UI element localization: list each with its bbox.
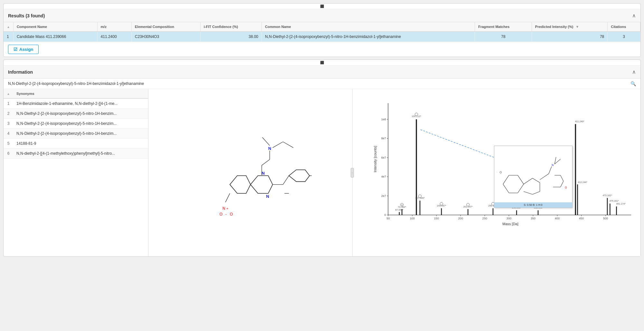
- svg-text:411.240*: 411.240*: [575, 120, 584, 123]
- synonyms-header-row: ▲ Synonyms: [4, 89, 148, 98]
- svg-text:8e7: 8e7: [381, 137, 386, 140]
- sort-arrow-icon: ▼: [576, 25, 579, 29]
- info-collapse-icon[interactable]: ∧: [632, 69, 636, 75]
- col-header-fragment[interactable]: Fragment Matches: [475, 22, 532, 32]
- info-panel-header: Information ∧: [4, 66, 640, 78]
- list-item[interactable]: 6 N,N-diethyl-2-[[4-(1-methylethoxy)phen…: [4, 149, 148, 159]
- svg-text:0: 0: [384, 213, 386, 216]
- svg-text:Mass [Da]: Mass [Da]: [503, 222, 518, 226]
- svg-text:O: O: [230, 212, 233, 216]
- syn-num: 1: [4, 98, 13, 109]
- svg-text:491.174*: 491.174*: [616, 202, 626, 205]
- cell-fragment: 78: [475, 32, 532, 42]
- col-header-mz[interactable]: m/z: [97, 22, 131, 32]
- info-body: ▲ Synonyms 1 1H-Benzimidazole-1-ethanami…: [4, 89, 640, 256]
- results-table-header-row: ▲ Component Name m/z Elemental Compositi…: [4, 22, 640, 32]
- cell-component-name: Candidate Mass 411.239066: [13, 32, 97, 42]
- svg-text:50: 50: [387, 217, 390, 220]
- list-item[interactable]: 5 14188-81-9: [4, 139, 148, 149]
- results-title: Results (3 found): [8, 13, 45, 18]
- svg-text:150: 150: [434, 217, 439, 220]
- svg-text:475.161*: 475.161*: [610, 199, 619, 202]
- syn-num: 6: [4, 149, 13, 159]
- svg-text:100: 100: [410, 217, 415, 220]
- structure-panel: N N N + O - O N: [148, 89, 353, 256]
- svg-text:300: 300: [507, 217, 511, 220]
- cell-ifit: 38.00: [200, 32, 261, 42]
- col-header-num: ▲: [4, 22, 13, 32]
- svg-text:500: 500: [603, 217, 608, 220]
- svg-text:N: N: [262, 171, 265, 176]
- svg-text:473.162*: 473.162*: [603, 194, 612, 197]
- svg-text:149.097*: 149.097*: [437, 204, 446, 207]
- syn-text: N,N-Diethyl-2-[2-(4-isopropoxybenzyl)-5-…: [13, 109, 148, 119]
- results-panel-header: Results (3 found) ∧: [4, 9, 640, 22]
- results-table: ▲ Component Name m/z Elemental Compositi…: [4, 22, 640, 42]
- svg-line-18: [283, 176, 289, 184]
- svg-text:·: ·: [497, 171, 497, 174]
- svg-text:201.047*: 201.047*: [463, 205, 473, 208]
- col-header-elemental[interactable]: Elemental Composition: [131, 22, 200, 32]
- svg-text:100.112*: 100.112*: [412, 115, 421, 118]
- col-header-component-name[interactable]: Component Name: [13, 22, 97, 32]
- svg-text:350: 350: [531, 217, 535, 220]
- svg-text:S: 0.50 B: 1 H:0: S: 0.50 B: 1 H:0: [524, 204, 543, 207]
- compound-name-text: N,N-Diethyl-2-[2-(4-isopropoxybenzyl)-5-…: [8, 81, 144, 86]
- information-panel: ⬛ Information ∧ N,N-Diethyl-2-[2-(4-isop…: [3, 60, 641, 257]
- syn-num: 3: [4, 119, 13, 129]
- svg-rect-98: [494, 146, 572, 207]
- svg-text:200: 200: [458, 217, 463, 220]
- assign-checkbox-icon: ☑: [14, 47, 17, 52]
- svg-text:412.244*: 412.244*: [578, 181, 587, 184]
- list-item[interactable]: 4 N,N-Diéthyl-2-[2-(4-isopropoxybenzyl)-…: [4, 129, 148, 139]
- resize-handle-structure[interactable]: ⋮: [351, 168, 354, 178]
- assign-button[interactable]: ☑ Assign: [8, 45, 39, 54]
- cell-citations: 3: [608, 32, 640, 42]
- cell-elemental: C23H30N4O3: [131, 32, 200, 42]
- svg-marker-19: [289, 170, 309, 182]
- col-header-predicted[interactable]: Predicted Intensity (%) ▼: [532, 22, 607, 32]
- col-header-ifit[interactable]: i-FIT Confidence (%): [200, 22, 261, 32]
- synonyms-panel: ▲ Synonyms 1 1H-Benzimidazole-1-ethanami…: [4, 89, 148, 256]
- cell-common-name: N,N-Diethyl-2-[2-(4-isopropoxybenzyl)-5-…: [262, 32, 475, 42]
- svg-text:O: O: [565, 186, 567, 189]
- svg-line-15: [283, 142, 293, 148]
- info-title: Information: [8, 69, 33, 75]
- scroll-handle-info-top: ⬛: [4, 60, 640, 66]
- assign-area: ☑ Assign: [4, 42, 640, 57]
- syn-num: 4: [4, 129, 13, 139]
- col-header-citations[interactable]: Citations: [608, 22, 640, 32]
- syn-text: 1H-Benzimidazole-1-ethanamine, N,N-dieth…: [13, 98, 148, 109]
- svg-text:N: N: [223, 206, 225, 211]
- molecule-structure-svg: N N N + O - O N: [189, 102, 312, 244]
- table-row[interactable]: 1 Candidate Mass 411.239066 411.2400 C23…: [4, 32, 640, 42]
- syn-text: N,N-diethyl-2-[[4-(1-methylethoxy)phenyl…: [13, 149, 148, 159]
- spectrum-panel: 0 2e7 4e7 6e7 8e7 1e8 50 100 1: [353, 89, 640, 256]
- svg-text:450: 450: [579, 217, 584, 220]
- svg-text:N: N: [268, 146, 271, 151]
- list-item[interactable]: 1 1H-Benzimidazole-1-ethanamine, N,N-die…: [4, 98, 148, 109]
- svg-text:-: -: [225, 212, 227, 216]
- svg-line-16: [262, 137, 270, 146]
- svg-text:O: O: [219, 212, 222, 216]
- svg-text:N: N: [552, 164, 554, 167]
- results-collapse-icon[interactable]: ∧: [632, 13, 636, 19]
- col-header-common-name[interactable]: Common Name: [262, 22, 475, 32]
- col-syn-label: Synonyms: [13, 89, 148, 98]
- svg-text:107.049*: 107.049*: [415, 197, 425, 199]
- svg-text:2e7: 2e7: [381, 194, 386, 198]
- search-button[interactable]: 🔍: [630, 81, 636, 86]
- syn-text: 14188-81-9: [13, 139, 148, 149]
- svg-text:Intensity [counts]: Intensity [counts]: [373, 146, 377, 172]
- syn-text: N,N-Diethyl-2-[2-(4-isopropoxybenzyl)-5-…: [13, 119, 148, 129]
- cell-mz: 411.2400: [97, 32, 131, 42]
- cell-row-num: 1: [4, 32, 13, 42]
- results-panel: ⬛ Results (3 found) ∧ ▲ Component Name m…: [3, 3, 641, 57]
- svg-line-11: [262, 160, 270, 165]
- svg-text:N: N: [266, 194, 269, 199]
- main-container: ⬛ Results (3 found) ∧ ▲ Component Name m…: [0, 0, 644, 331]
- svg-line-14: [272, 142, 283, 148]
- svg-text:+: +: [226, 207, 228, 210]
- list-item[interactable]: 3 N,N-Diethyl-2-[2-(4-isopropoxybenzyl)-…: [4, 119, 148, 129]
- list-item[interactable]: 2 N,N-Diethyl-2-[2-(4-isopropoxybenzyl)-…: [4, 109, 148, 119]
